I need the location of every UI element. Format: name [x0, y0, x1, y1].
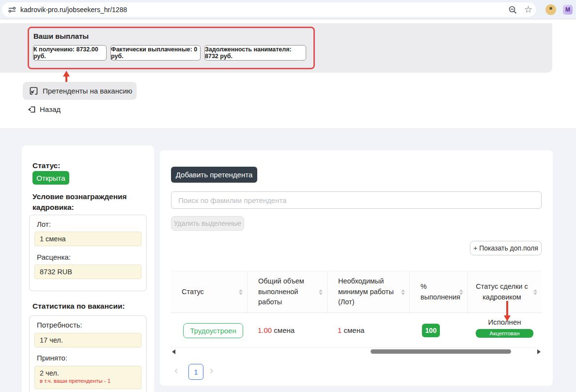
stats-heading: Статистика по вакансии:: [32, 301, 125, 312]
need-field[interactable]: 17 чел.: [34, 333, 141, 347]
delete-selected-button[interactable]: Удалить выделенные: [171, 216, 244, 231]
back-link-label: Назад: [40, 105, 61, 113]
lot-field[interactable]: 1 смена: [34, 232, 141, 246]
reward-heading: Условие вознаграждения кадровика:: [32, 191, 149, 213]
sort-icon[interactable]: [401, 289, 405, 295]
minimum-cell: 1 смена: [338, 326, 364, 334]
show-extra-fields-button[interactable]: + Показать доп.поля: [470, 241, 542, 255]
back-link[interactable]: Назад: [28, 105, 61, 113]
sort-icon[interactable]: [533, 289, 537, 295]
table-header: Статус Общий объем выполненой работы Нео…: [171, 271, 542, 313]
rate-label: Расценка:: [37, 253, 71, 261]
bookmark-star-icon[interactable]: ☆: [524, 4, 532, 15]
table-row: Трудоустроен 1.00 смена 1 смена 100 Испо…: [171, 313, 542, 348]
accepted-label: Принято:: [37, 354, 67, 362]
pagination-prev[interactable]: ‹: [174, 364, 178, 377]
search-input[interactable]: [171, 191, 542, 209]
lot-label: Лот:: [37, 220, 51, 228]
address-bar[interactable]: kadrovik-pro.ru/jobseekers_hr/1288 ☆: [2, 2, 536, 17]
scrollbar-thumb[interactable]: [371, 349, 511, 354]
extension-icon-2[interactable]: M: [563, 5, 573, 15]
status-heading: Статус:: [32, 160, 60, 171]
extension-icon-1[interactable]: *: [545, 4, 556, 15]
accepted-field[interactable]: 2 чел. в т.ч. ваши претенденты - 1: [34, 366, 141, 389]
payment-to-receive-button[interactable]: К получению: 8732.00 руб.: [33, 45, 107, 61]
add-jobseeker-button[interactable]: Добавить претендента: [171, 167, 257, 183]
column-header-percent[interactable]: % выполнения: [409, 271, 467, 313]
select-area-icon: [30, 87, 38, 95]
employed-status-badge: Трудоустроен: [183, 323, 243, 338]
pagination-page-1[interactable]: 1: [188, 364, 203, 380]
status-badge: Открыта: [32, 171, 69, 185]
pagination-next[interactable]: ›: [210, 364, 213, 377]
back-icon: [28, 106, 35, 113]
deal-status-cell: Исполнен Акцептован: [467, 318, 542, 338]
sort-icon[interactable]: [239, 289, 243, 295]
screen: kadrovik-pro.ru/jobseekers_hr/1288 ☆ * M…: [0, 0, 576, 392]
url-text[interactable]: kadrovik-pro.ru/jobseekers_hr/1288: [20, 6, 127, 14]
tab-jobseekers-label: Претенденты на вакансию: [43, 87, 132, 95]
rate-field[interactable]: 8732 RUB: [34, 265, 141, 279]
tab-jobseekers[interactable]: Претенденты на вакансию: [23, 82, 137, 100]
accepted-deal-badge[interactable]: Акцептован: [476, 329, 533, 338]
site-settings-icon[interactable]: [8, 6, 16, 14]
horizontal-scrollbar[interactable]: [171, 348, 542, 355]
volume-cell: 1.00 смена: [258, 326, 295, 334]
accepted-value: 2 чел.: [40, 369, 136, 377]
payments-title: Ваши выплаты: [33, 32, 89, 40]
deal-status-text: Исполнен: [467, 318, 542, 326]
scroll-left-icon[interactable]: [172, 349, 175, 354]
column-header-minimum[interactable]: Необходимый минимум работы (Лот): [327, 271, 409, 313]
payment-employer-debt-button[interactable]: Задолженность нанимателя: 8732 руб.: [204, 45, 306, 61]
accepted-note: в т.ч. ваши претенденты - 1: [40, 378, 136, 384]
sort-icon[interactable]: [319, 289, 323, 295]
payment-actually-paid-button[interactable]: Фактически выплаченные: 0 руб.: [110, 45, 201, 61]
browser-toolbar: kadrovik-pro.ru/jobseekers_hr/1288 ☆ * M: [0, 0, 576, 19]
need-label: Потребность:: [37, 321, 82, 329]
scroll-right-icon[interactable]: [537, 349, 541, 354]
sort-icon[interactable]: [459, 289, 463, 295]
column-header-volume[interactable]: Общий объем выполненой работы: [247, 271, 327, 313]
percent-badge: 100: [422, 324, 440, 337]
column-header-status[interactable]: Статус: [171, 271, 247, 313]
zoom-out-icon[interactable]: [508, 5, 517, 14]
